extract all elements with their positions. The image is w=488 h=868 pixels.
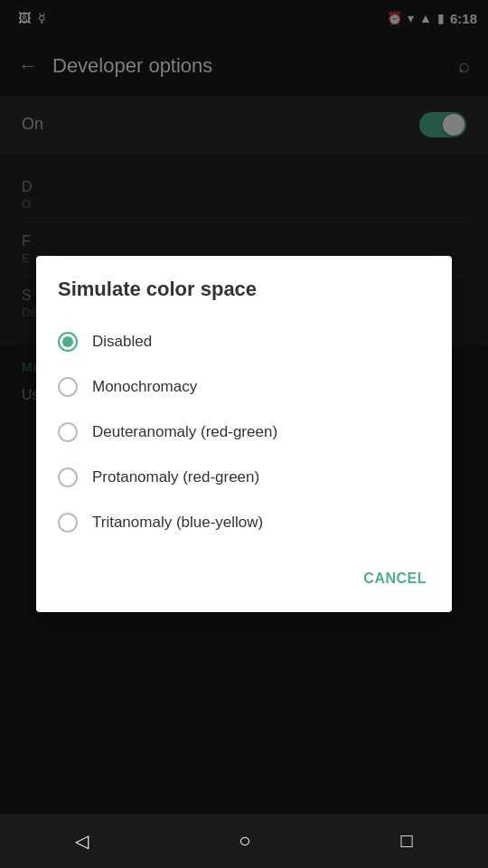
radio-option-disabled[interactable]: Disabled [43, 319, 445, 364]
nav-bar: ◁ ○ □ [0, 814, 488, 868]
radio-circle-tritanomaly [58, 513, 78, 533]
nav-back-button[interactable]: ◁ [57, 821, 107, 861]
nav-home-button[interactable]: ○ [221, 820, 268, 862]
radio-label-deuteranomaly: Deuteranomaly (red-green) [92, 423, 277, 441]
radio-option-monochromacy[interactable]: Monochromacy [43, 364, 445, 410]
radio-label-disabled: Disabled [92, 333, 152, 351]
dialog-overlay: Simulate color space Disabled Monochroma… [0, 0, 488, 868]
simulate-color-space-dialog: Simulate color space Disabled Monochroma… [36, 256, 452, 612]
radio-label-tritanomaly: Tritanomaly (blue-yellow) [92, 514, 263, 532]
radio-option-protanomaly[interactable]: Protanomaly (red-green) [43, 455, 445, 500]
radio-inner-disabled [62, 336, 73, 347]
radio-label-protanomaly: Protanomaly (red-green) [92, 468, 259, 486]
dialog-title: Simulate color space [43, 278, 445, 319]
radio-circle-deuteranomaly [58, 422, 78, 442]
radio-circle-protanomaly [58, 467, 78, 487]
radio-circle-disabled [58, 332, 78, 352]
nav-recent-button[interactable]: □ [383, 820, 431, 862]
radio-circle-monochromacy [58, 377, 78, 397]
radio-option-deuteranomaly[interactable]: Deuteranomaly (red-green) [43, 410, 445, 455]
dialog-actions: CANCEL [43, 552, 445, 598]
radio-option-tritanomaly[interactable]: Tritanomaly (blue-yellow) [43, 500, 445, 545]
cancel-button[interactable]: CANCEL [360, 563, 430, 594]
radio-label-monochromacy: Monochromacy [92, 378, 197, 396]
